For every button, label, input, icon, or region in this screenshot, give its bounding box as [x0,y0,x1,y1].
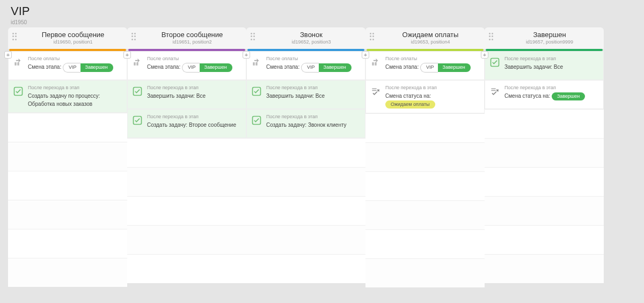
card-body: Завершить задачи: Все [147,92,241,100]
column-title: Звонок [261,31,361,39]
stage-change-icon [13,57,24,68]
column-title: Второе сообщение [142,31,242,39]
automation-card[interactable]: После оплаты Смена этапа: VIPЗавершен [127,51,246,80]
stage-column: Звонок id19652, position3 + После оплаты… [246,27,365,287]
stage-column: Ожидаем оплаты id19653, position4 + Посл… [365,27,485,287]
column-meta: id19650, position1 [23,39,123,45]
kanban-board: Первое сообщение id19650, position1 + По… [0,27,644,287]
pill-done: Завершен [552,92,585,101]
pill-vip: VIP [63,63,81,73]
column-header: Завершен id19657, position9999 [485,27,604,49]
pill-done: Завершен [438,63,470,72]
automation-card[interactable]: После перехода в этап Создать задачу: Вт… [127,109,246,138]
automation-card[interactable]: После перехода в этап Смена статуса на: … [365,80,485,113]
svg-rect-0 [14,62,16,66]
column-header: Звонок id19652, position3 [246,27,365,49]
page-title: VIP [11,4,633,18]
pill-waiting: Ожидаем оплаты [385,100,435,109]
add-button[interactable]: + [123,51,131,59]
automation-card[interactable]: После перехода в этап Завершить задачи: … [246,80,365,109]
add-button[interactable]: + [4,51,12,59]
card-body: Создать задачу по процессу: Обработка но… [28,92,122,108]
card-body: Завершить задачи: Все [266,92,361,100]
card-body: Смена этапа: VIPЗавершен [266,63,361,73]
column-meta: id19657, position9999 [500,39,599,45]
add-button[interactable]: + [362,51,369,59]
pill-vip: VIP [301,63,319,73]
svg-rect-3 [134,62,135,66]
card-trigger: После перехода в этап [504,85,599,90]
stage-column: Второе сообщение id19651, position2 + По… [127,27,246,287]
automation-card[interactable]: После оплаты Смена этапа: VIPЗавершен [365,51,485,80]
column-header: Первое сообщение id19650, position1 [8,27,127,49]
automation-card[interactable]: После перехода в этап Создать задачу по … [8,80,127,113]
svg-rect-11 [372,62,374,66]
svg-rect-4 [136,62,138,66]
card-trigger: После оплаты [385,56,480,61]
stage-change-icon [251,57,262,68]
checkbox-icon [489,57,500,68]
card-trigger: После оплаты [147,56,241,61]
stage-change-icon [132,57,143,68]
automation-card[interactable]: После перехода в этап Смена статуса на: … [485,80,604,109]
column-header: Ожидаем оплаты id19653, position4 [365,27,485,49]
card-body: Смена этапа: VIPЗавершен [385,63,480,73]
add-button[interactable]: + [243,51,250,59]
checkbox-icon [251,115,262,126]
pill-done: Завершен [200,63,232,72]
card-trigger: После перехода в этап [28,85,122,90]
column-title: Ожидаем оплаты [380,31,480,39]
automation-card[interactable]: После оплаты Смена этапа: VIPЗавершен [246,51,365,80]
checkbox-icon [251,86,262,97]
add-button[interactable]: + [481,51,488,59]
column-meta: id19651, position2 [142,39,242,45]
drag-handle-icon[interactable] [489,33,494,40]
svg-rect-1 [17,62,19,66]
card-body: Создать задачу: Звонок клиенту [266,121,361,129]
card-trigger: После перехода в этап [147,114,241,119]
automation-card[interactable]: После оплаты Смена этапа: VIPЗавершен [8,51,127,80]
stage-column: Первое сообщение id19650, position1 + По… [8,27,127,287]
card-body: Смена статуса на: Ожидаем оплаты [385,92,480,109]
drag-handle-icon[interactable] [131,33,137,40]
card-body: Смена этапа: VIPЗавершен [147,63,241,73]
svg-rect-8 [255,62,257,66]
drag-handle-icon[interactable] [370,33,375,40]
automation-card[interactable]: После перехода в этап Завершить задачи: … [127,80,246,109]
card-body: Создать задачу: Второе сообщение [147,121,241,129]
page-subtitle: id1950 [11,19,633,25]
pill-vip: VIP [420,63,438,73]
status-change-icon [370,86,381,97]
card-trigger: После оплаты [266,56,361,61]
card-trigger: После перехода в этап [266,85,361,90]
card-trigger: После перехода в этап [266,114,361,119]
checkbox-icon [13,86,24,97]
drag-handle-icon[interactable] [251,33,256,40]
column-meta: id19653, position4 [380,39,480,45]
automation-card[interactable]: После перехода в этап Завершить задачи: … [485,51,604,80]
card-trigger: После перехода в этап [147,85,241,90]
status-change-icon [489,86,500,97]
page-header: VIP id1950 [0,0,644,27]
stage-column: Завершен id19657, position9999 + После п… [485,27,604,287]
svg-rect-7 [253,62,254,66]
stage-change-icon [370,57,381,68]
card-trigger: После оплаты [28,56,122,61]
card-trigger: После перехода в этап [504,56,599,61]
pill-vip: VIP [182,63,200,73]
automation-card[interactable]: После перехода в этап Создать задачу: Зв… [246,109,365,138]
column-title: Первое сообщение [23,31,123,39]
pill-done: Завершен [80,63,113,72]
card-body: Смена этапа: VIPЗавершен [28,63,122,73]
column-title: Завершен [500,31,599,39]
drag-handle-icon[interactable] [12,33,18,40]
card-body: Смена статуса на: Завершен [504,92,599,100]
column-meta: id19652, position3 [261,39,361,45]
card-trigger: После перехода в этап [385,85,480,90]
column-header: Второе сообщение id19651, position2 [127,27,246,49]
checkbox-icon [132,86,143,97]
card-body: Завершить задачи: Все [504,63,599,71]
checkbox-icon [132,115,143,126]
pill-done: Завершен [319,63,351,72]
svg-rect-12 [375,62,376,66]
